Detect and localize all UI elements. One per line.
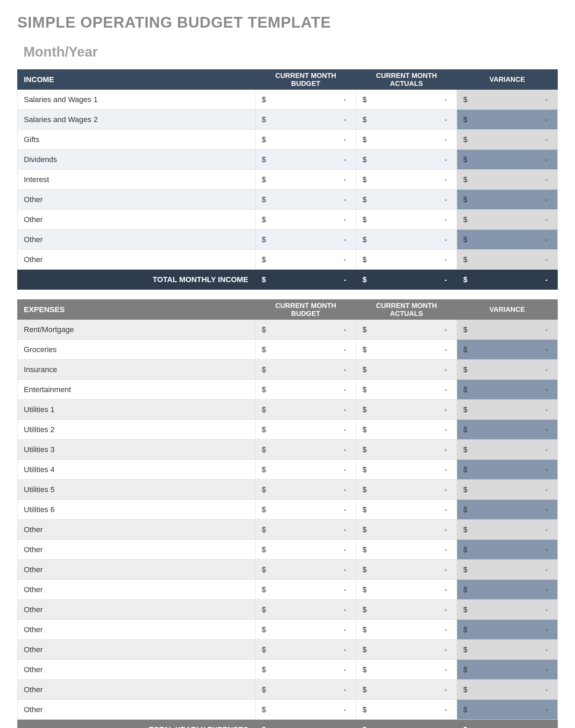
expense-row-actuals[interactable]: $- xyxy=(356,700,457,720)
income-row-variance: $- xyxy=(457,90,557,110)
expense-row-actuals[interactable]: $- xyxy=(356,480,457,500)
expense-row-label[interactable]: Other xyxy=(18,560,255,580)
expense-row-budget[interactable]: $- xyxy=(255,380,356,400)
expense-row: Utilities 2$-$-$- xyxy=(18,420,558,440)
expense-row-label[interactable]: Entertainment xyxy=(18,380,255,400)
expense-row-budget[interactable]: $- xyxy=(255,620,356,640)
expense-row-budget[interactable]: $- xyxy=(255,580,356,600)
income-row-label[interactable]: Other xyxy=(18,190,255,210)
income-row: Other$-$-$- xyxy=(18,210,558,230)
expense-row-actuals[interactable]: $- xyxy=(356,660,457,680)
income-row: Other$-$-$- xyxy=(18,230,558,250)
expense-row-label[interactable]: Utilities 5 xyxy=(18,480,255,500)
expense-row: Groceries$-$-$- xyxy=(18,340,558,360)
expense-row-budget[interactable]: $- xyxy=(255,660,356,680)
col-header-variance: VARIANCE xyxy=(457,70,557,90)
income-row-budget[interactable]: $- xyxy=(255,150,356,170)
expense-row-label[interactable]: Other xyxy=(18,640,255,660)
income-row-actuals[interactable]: $- xyxy=(356,90,457,110)
expense-row-label[interactable]: Other xyxy=(18,540,255,560)
expense-row-actuals[interactable]: $- xyxy=(356,520,457,540)
expense-row-budget[interactable]: $- xyxy=(255,320,356,340)
income-row-budget[interactable]: $- xyxy=(255,170,356,190)
expense-row-label[interactable]: Insurance xyxy=(18,360,255,380)
expense-row-label[interactable]: Utilities 3 xyxy=(18,440,255,460)
income-row-variance: $- xyxy=(457,250,557,270)
expense-row-actuals[interactable]: $- xyxy=(356,420,457,440)
income-row-budget[interactable]: $- xyxy=(255,250,356,270)
col-header-actuals: CURRENT MONTH ACTUALS xyxy=(356,300,457,320)
expense-row-label[interactable]: Utilities 6 xyxy=(18,500,255,520)
expense-row: Other$-$-$- xyxy=(18,600,558,620)
income-row-budget[interactable]: $- xyxy=(255,110,356,130)
income-row-label[interactable]: Other xyxy=(18,230,255,250)
income-row-budget[interactable]: $- xyxy=(255,210,356,230)
income-row-budget[interactable]: $- xyxy=(255,90,356,110)
expense-row-budget[interactable]: $- xyxy=(255,460,356,480)
expense-row-budget[interactable]: $- xyxy=(255,440,356,460)
expense-row-budget[interactable]: $- xyxy=(255,400,356,420)
income-row-actuals[interactable]: $- xyxy=(356,130,457,150)
income-row-actuals[interactable]: $- xyxy=(356,230,457,250)
expense-row-budget[interactable]: $- xyxy=(255,540,356,560)
income-row-label[interactable]: Dividends xyxy=(18,150,255,170)
income-row-actuals[interactable]: $- xyxy=(356,190,457,210)
expenses-total-label: TOTAL YEARLY EXPENSES xyxy=(18,720,255,728)
expense-row-variance: $- xyxy=(457,420,557,440)
income-row: Salaries and Wages 1$-$-$- xyxy=(18,90,558,110)
expense-row-budget[interactable]: $- xyxy=(255,420,356,440)
expense-row-budget[interactable]: $- xyxy=(255,340,356,360)
expense-row-actuals[interactable]: $- xyxy=(356,460,457,480)
expense-row-label[interactable]: Other xyxy=(18,520,255,540)
expense-row-budget[interactable]: $- xyxy=(255,500,356,520)
income-row-actuals[interactable]: $- xyxy=(356,210,457,230)
expense-row-label[interactable]: Other xyxy=(18,660,255,680)
income-row-actuals[interactable]: $- xyxy=(356,170,457,190)
expense-row-budget[interactable]: $- xyxy=(255,680,356,700)
expense-row-actuals[interactable]: $- xyxy=(356,640,457,660)
expense-row-actuals[interactable]: $- xyxy=(356,340,457,360)
expense-row-label[interactable]: Groceries xyxy=(18,340,255,360)
expense-row-budget[interactable]: $- xyxy=(255,560,356,580)
income-row-label[interactable]: Salaries and Wages 1 xyxy=(18,90,255,110)
expense-row-label[interactable]: Rent/Mortgage xyxy=(18,320,255,340)
income-row-actuals[interactable]: $- xyxy=(356,110,457,130)
expense-row-budget[interactable]: $- xyxy=(255,360,356,380)
expense-row-label[interactable]: Utilities 1 xyxy=(18,400,255,420)
expense-row-budget[interactable]: $- xyxy=(255,640,356,660)
expense-row-actuals[interactable]: $- xyxy=(356,360,457,380)
income-row-actuals[interactable]: $- xyxy=(356,150,457,170)
expense-row-budget[interactable]: $- xyxy=(255,480,356,500)
expense-row-label[interactable]: Utilities 4 xyxy=(18,460,255,480)
income-row-label[interactable]: Gifts xyxy=(18,130,255,150)
expense-row-label[interactable]: Other xyxy=(18,680,255,700)
income-row-actuals[interactable]: $- xyxy=(356,250,457,270)
income-row-budget[interactable]: $- xyxy=(255,230,356,250)
expense-row-actuals[interactable]: $- xyxy=(356,400,457,420)
expense-row-actuals[interactable]: $- xyxy=(356,440,457,460)
income-row-label[interactable]: Interest xyxy=(18,170,255,190)
income-row-budget[interactable]: $- xyxy=(255,190,356,210)
expense-row-actuals[interactable]: $- xyxy=(356,380,457,400)
expense-row-budget[interactable]: $- xyxy=(255,700,356,720)
expense-row-label[interactable]: Other xyxy=(18,620,255,640)
income-row-label[interactable]: Other xyxy=(18,250,255,270)
expense-row-actuals[interactable]: $- xyxy=(356,560,457,580)
expense-row-label[interactable]: Utilities 2 xyxy=(18,420,255,440)
expense-row-actuals[interactable]: $- xyxy=(356,500,457,520)
income-row-label[interactable]: Salaries and Wages 2 xyxy=(18,110,255,130)
expense-row-actuals[interactable]: $- xyxy=(356,320,457,340)
expense-row-actuals[interactable]: $- xyxy=(356,600,457,620)
expense-row-budget[interactable]: $- xyxy=(255,600,356,620)
expense-row-actuals[interactable]: $- xyxy=(356,580,457,600)
expense-row-actuals[interactable]: $- xyxy=(356,680,457,700)
expense-row-actuals[interactable]: $- xyxy=(356,620,457,640)
expense-row-budget[interactable]: $- xyxy=(255,520,356,540)
expense-row-label[interactable]: Other xyxy=(18,580,255,600)
income-row-label[interactable]: Other xyxy=(18,210,255,230)
expense-row: Entertainment$-$-$- xyxy=(18,380,558,400)
expense-row-actuals[interactable]: $- xyxy=(356,540,457,560)
income-row-budget[interactable]: $- xyxy=(255,130,356,150)
expense-row-label[interactable]: Other xyxy=(18,600,255,620)
expense-row-label[interactable]: Other xyxy=(18,700,255,720)
